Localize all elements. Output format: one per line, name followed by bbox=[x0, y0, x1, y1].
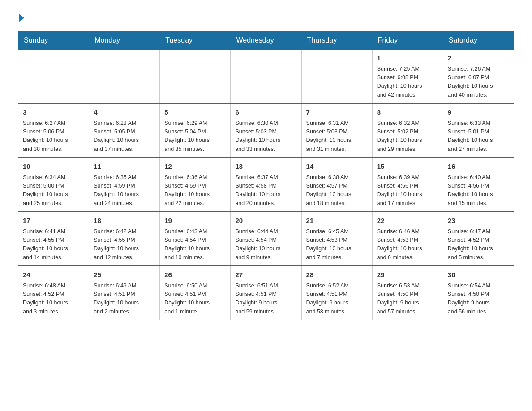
day-info: Sunrise: 6:29 AM Sunset: 5:04 PM Dayligh… bbox=[164, 119, 226, 154]
day-info: Sunrise: 6:43 AM Sunset: 4:54 PM Dayligh… bbox=[164, 227, 226, 262]
day-info: Sunrise: 6:46 AM Sunset: 4:53 PM Dayligh… bbox=[377, 227, 438, 262]
calendar-cell: 4Sunrise: 6:28 AM Sunset: 5:05 PM Daylig… bbox=[89, 103, 160, 158]
day-number: 2 bbox=[448, 53, 509, 64]
day-number: 25 bbox=[94, 270, 155, 280]
calendar-row-3: 10Sunrise: 6:34 AM Sunset: 5:00 PM Dayli… bbox=[18, 158, 514, 212]
day-number: 13 bbox=[235, 162, 296, 172]
weekday-header-sunday: Sunday bbox=[18, 32, 89, 50]
day-info: Sunrise: 6:41 AM Sunset: 4:55 PM Dayligh… bbox=[23, 227, 84, 262]
calendar-cell: 23Sunrise: 6:47 AM Sunset: 4:52 PM Dayli… bbox=[443, 212, 514, 266]
day-number: 10 bbox=[23, 162, 84, 172]
day-info: Sunrise: 6:31 AM Sunset: 5:03 PM Dayligh… bbox=[306, 119, 368, 154]
day-info: Sunrise: 6:48 AM Sunset: 4:52 PM Dayligh… bbox=[23, 282, 84, 317]
calendar-cell: 27Sunrise: 6:51 AM Sunset: 4:51 PM Dayli… bbox=[231, 266, 301, 320]
calendar-cell: 19Sunrise: 6:43 AM Sunset: 4:54 PM Dayli… bbox=[160, 212, 231, 266]
calendar-cell: 9Sunrise: 6:33 AM Sunset: 5:01 PM Daylig… bbox=[443, 103, 514, 158]
day-number: 11 bbox=[94, 162, 155, 172]
day-info: Sunrise: 6:34 AM Sunset: 5:00 PM Dayligh… bbox=[23, 173, 84, 208]
day-number: 30 bbox=[448, 270, 509, 280]
calendar-cell: 16Sunrise: 6:40 AM Sunset: 4:56 PM Dayli… bbox=[443, 158, 514, 212]
calendar-cell: 14Sunrise: 6:38 AM Sunset: 4:57 PM Dayli… bbox=[301, 158, 372, 212]
calendar-cell: 30Sunrise: 6:54 AM Sunset: 4:50 PM Dayli… bbox=[443, 266, 514, 320]
day-number: 18 bbox=[94, 216, 155, 226]
day-number: 22 bbox=[377, 216, 438, 226]
weekday-header-wednesday: Wednesday bbox=[231, 32, 301, 50]
day-number: 29 bbox=[377, 270, 438, 280]
calendar-cell: 29Sunrise: 6:53 AM Sunset: 4:50 PM Dayli… bbox=[372, 266, 443, 320]
calendar-cell: 24Sunrise: 6:48 AM Sunset: 4:52 PM Dayli… bbox=[18, 266, 89, 320]
calendar-cell: 3Sunrise: 6:27 AM Sunset: 5:06 PM Daylig… bbox=[18, 103, 89, 158]
day-number: 23 bbox=[448, 216, 509, 226]
calendar-cell: 10Sunrise: 6:34 AM Sunset: 5:00 PM Dayli… bbox=[18, 158, 89, 212]
calendar-cell: 7Sunrise: 6:31 AM Sunset: 5:03 PM Daylig… bbox=[301, 103, 372, 158]
day-number: 21 bbox=[306, 216, 368, 226]
calendar-cell: 1Sunrise: 7:25 AM Sunset: 6:08 PM Daylig… bbox=[372, 49, 443, 103]
day-info: Sunrise: 6:40 AM Sunset: 4:56 PM Dayligh… bbox=[448, 173, 509, 208]
day-info: Sunrise: 6:50 AM Sunset: 4:51 PM Dayligh… bbox=[164, 282, 226, 317]
day-info: Sunrise: 6:51 AM Sunset: 4:51 PM Dayligh… bbox=[235, 282, 296, 317]
day-info: Sunrise: 7:25 AM Sunset: 6:08 PM Dayligh… bbox=[377, 65, 438, 100]
weekday-header-row: SundayMondayTuesdayWednesdayThursdayFrid… bbox=[18, 32, 514, 50]
day-number: 20 bbox=[235, 216, 296, 226]
calendar-row-1: 1Sunrise: 7:25 AM Sunset: 6:08 PM Daylig… bbox=[18, 49, 514, 103]
day-number: 28 bbox=[306, 270, 368, 280]
day-info: Sunrise: 6:32 AM Sunset: 5:02 PM Dayligh… bbox=[377, 119, 438, 154]
calendar-cell bbox=[89, 49, 160, 103]
calendar-table: SundayMondayTuesdayWednesdayThursdayFrid… bbox=[18, 31, 514, 320]
calendar-cell: 8Sunrise: 6:32 AM Sunset: 5:02 PM Daylig… bbox=[372, 103, 443, 158]
calendar-cell: 17Sunrise: 6:41 AM Sunset: 4:55 PM Dayli… bbox=[18, 212, 89, 266]
day-number: 6 bbox=[235, 107, 296, 118]
calendar-row-4: 17Sunrise: 6:41 AM Sunset: 4:55 PM Dayli… bbox=[18, 212, 514, 266]
day-number: 8 bbox=[377, 107, 438, 118]
weekday-header-monday: Monday bbox=[89, 32, 160, 50]
day-number: 4 bbox=[94, 107, 155, 118]
day-info: Sunrise: 6:53 AM Sunset: 4:50 PM Dayligh… bbox=[377, 282, 438, 317]
calendar-cell: 12Sunrise: 6:36 AM Sunset: 4:59 PM Dayli… bbox=[160, 158, 231, 212]
logo-arrow-icon bbox=[19, 13, 24, 22]
day-info: Sunrise: 6:49 AM Sunset: 4:51 PM Dayligh… bbox=[94, 282, 155, 317]
day-info: Sunrise: 6:37 AM Sunset: 4:58 PM Dayligh… bbox=[235, 173, 296, 208]
day-info: Sunrise: 6:35 AM Sunset: 4:59 PM Dayligh… bbox=[94, 173, 155, 208]
day-info: Sunrise: 6:33 AM Sunset: 5:01 PM Dayligh… bbox=[448, 119, 509, 154]
calendar-cell: 28Sunrise: 6:52 AM Sunset: 4:51 PM Dayli… bbox=[301, 266, 372, 320]
calendar-cell bbox=[160, 49, 231, 103]
calendar-cell: 6Sunrise: 6:30 AM Sunset: 5:03 PM Daylig… bbox=[231, 103, 301, 158]
day-number: 5 bbox=[164, 107, 226, 118]
day-number: 15 bbox=[377, 162, 438, 172]
calendar-cell: 20Sunrise: 6:44 AM Sunset: 4:54 PM Dayli… bbox=[231, 212, 301, 266]
day-info: Sunrise: 6:45 AM Sunset: 4:53 PM Dayligh… bbox=[306, 227, 368, 262]
weekday-header-thursday: Thursday bbox=[301, 32, 372, 50]
day-number: 17 bbox=[23, 216, 84, 226]
weekday-header-saturday: Saturday bbox=[443, 32, 514, 50]
day-info: Sunrise: 6:27 AM Sunset: 5:06 PM Dayligh… bbox=[23, 119, 84, 154]
day-info: Sunrise: 6:52 AM Sunset: 4:51 PM Dayligh… bbox=[306, 282, 368, 317]
page-header bbox=[18, 13, 514, 22]
day-info: Sunrise: 6:30 AM Sunset: 5:03 PM Dayligh… bbox=[235, 119, 296, 154]
day-number: 24 bbox=[23, 270, 84, 280]
day-info: Sunrise: 6:28 AM Sunset: 5:05 PM Dayligh… bbox=[94, 119, 155, 154]
day-info: Sunrise: 6:44 AM Sunset: 4:54 PM Dayligh… bbox=[235, 227, 296, 262]
calendar-cell bbox=[231, 49, 301, 103]
calendar-cell: 2Sunrise: 7:26 AM Sunset: 6:07 PM Daylig… bbox=[443, 49, 514, 103]
calendar-row-5: 24Sunrise: 6:48 AM Sunset: 4:52 PM Dayli… bbox=[18, 266, 514, 320]
day-info: Sunrise: 6:42 AM Sunset: 4:55 PM Dayligh… bbox=[94, 227, 155, 262]
calendar-cell bbox=[301, 49, 372, 103]
day-number: 3 bbox=[23, 107, 84, 118]
day-number: 27 bbox=[235, 270, 296, 280]
logo bbox=[18, 13, 25, 22]
day-info: Sunrise: 6:36 AM Sunset: 4:59 PM Dayligh… bbox=[164, 173, 226, 208]
calendar-row-2: 3Sunrise: 6:27 AM Sunset: 5:06 PM Daylig… bbox=[18, 103, 514, 158]
day-number: 16 bbox=[448, 162, 509, 172]
day-info: Sunrise: 6:39 AM Sunset: 4:56 PM Dayligh… bbox=[377, 173, 438, 208]
day-info: Sunrise: 6:54 AM Sunset: 4:50 PM Dayligh… bbox=[448, 282, 509, 317]
day-number: 12 bbox=[164, 162, 226, 172]
calendar-cell: 26Sunrise: 6:50 AM Sunset: 4:51 PM Dayli… bbox=[160, 266, 231, 320]
calendar-cell: 21Sunrise: 6:45 AM Sunset: 4:53 PM Dayli… bbox=[301, 212, 372, 266]
calendar-cell: 22Sunrise: 6:46 AM Sunset: 4:53 PM Dayli… bbox=[372, 212, 443, 266]
day-info: Sunrise: 7:26 AM Sunset: 6:07 PM Dayligh… bbox=[448, 65, 509, 100]
day-number: 7 bbox=[306, 107, 368, 118]
calendar-cell: 11Sunrise: 6:35 AM Sunset: 4:59 PM Dayli… bbox=[89, 158, 160, 212]
day-info: Sunrise: 6:47 AM Sunset: 4:52 PM Dayligh… bbox=[448, 227, 509, 262]
calendar-cell: 5Sunrise: 6:29 AM Sunset: 5:04 PM Daylig… bbox=[160, 103, 231, 158]
calendar-cell: 13Sunrise: 6:37 AM Sunset: 4:58 PM Dayli… bbox=[231, 158, 301, 212]
